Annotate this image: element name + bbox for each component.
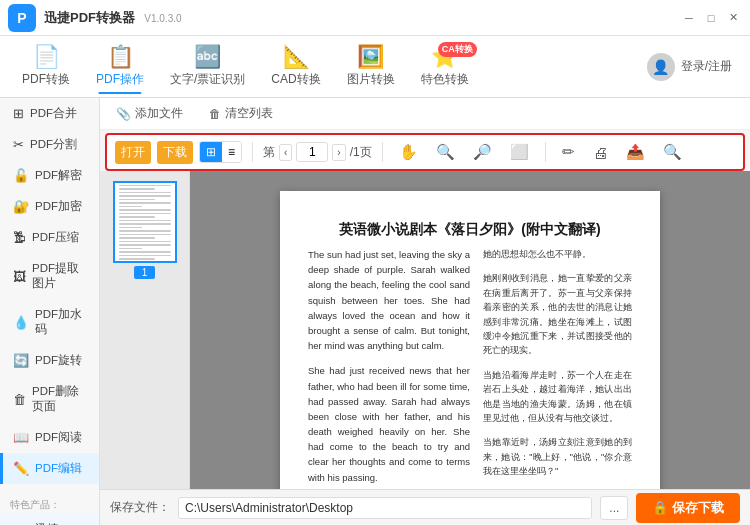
page-nav: 第 ‹ › /1页 xyxy=(263,142,372,162)
page-input[interactable] xyxy=(296,142,328,162)
hand-tool-button[interactable]: ✋ xyxy=(393,139,424,165)
sidebar-item-pdf-delete[interactable]: 🗑 PDF删除页面 xyxy=(0,376,99,422)
zoom-out-button[interactable]: 🔎 xyxy=(467,139,498,165)
pdf-para-1: The sun had just set, leaving the sky a … xyxy=(308,247,470,353)
main-layout: ⊞ PDF合并 ✂ PDF分割 🔓 PDF解密 🔐 PDF加密 🗜 PDF压缩 … xyxy=(0,98,750,525)
login-button[interactable]: 👤 登录/注册 xyxy=(639,49,740,85)
app-logo: P xyxy=(8,4,36,32)
print-button[interactable]: 🖨 xyxy=(587,140,614,165)
share-button[interactable]: 📤 xyxy=(620,139,651,165)
pdf-thumbnails: 1 xyxy=(100,171,190,489)
thumb-preview xyxy=(113,181,177,263)
ops-toolbar: 打开 下载 ⊞ ≡ 第 ‹ › /1页 ✋ 🔍 🔎 ⬜ xyxy=(107,135,743,169)
thumb-num: 1 xyxy=(134,266,156,279)
thumbnail-1[interactable]: 1 xyxy=(113,181,177,279)
sidebar-item-pdf-editor[interactable]: 📝 迅捷PDF编辑器 xyxy=(0,514,99,525)
special-badge: CA转换 xyxy=(438,42,477,57)
sidebar-item-pdf-encrypt[interactable]: 🔐 PDF加密 xyxy=(0,191,99,222)
add-file-icon: 📎 xyxy=(116,107,131,121)
nav-label-pdf-ops: PDF操作 xyxy=(96,71,144,88)
merge-icon: ⊞ xyxy=(13,106,24,121)
delete-icon: 🗑 xyxy=(13,392,26,407)
nav-label-special: 特色转换 xyxy=(421,71,469,88)
pdf-convert-icon: 📄 xyxy=(33,46,60,68)
extract-icon: 🖼 xyxy=(13,269,26,284)
grid-view-button[interactable]: ⊞ xyxy=(200,142,222,162)
sidebar-item-pdf-compress[interactable]: 🗜 PDF压缩 xyxy=(0,222,99,253)
decrypt-icon: 🔓 xyxy=(13,168,29,183)
nav-item-image[interactable]: 🖼️ 图片转换 xyxy=(335,40,407,94)
annotate-button[interactable]: ✏ xyxy=(556,139,581,165)
app-version: V1.0.3.0 xyxy=(144,13,181,24)
close-button[interactable]: ✕ xyxy=(724,9,742,27)
pdf-english-text: The sun had just set, leaving the sky a … xyxy=(308,247,470,489)
search-doc-button[interactable]: 🔍 xyxy=(657,139,688,165)
open-button[interactable]: 打开 xyxy=(115,141,151,164)
download-button[interactable]: 下载 xyxy=(157,141,193,164)
nav-item-ocr[interactable]: 🔤 文字/票证识别 xyxy=(158,40,257,94)
sidebar-item-pdf-watermark[interactable]: 💧 PDF加水码 xyxy=(0,299,99,345)
sidebar-item-pdf-decrypt[interactable]: 🔓 PDF解密 xyxy=(0,160,99,191)
image-icon: 🖼️ xyxy=(357,46,384,68)
ops-toolbar-wrapper: 打开 下载 ⊞ ≡ 第 ‹ › /1页 ✋ 🔍 🔎 ⬜ xyxy=(105,133,745,171)
pdf-title: 英语微小说剧本《落日夕阳》(附中文翻译) xyxy=(308,221,632,239)
nav-item-pdf-convert[interactable]: 📄 PDF转换 xyxy=(10,40,82,94)
titlebar-left: P 迅捷PDF转换器 V1.0.3.0 xyxy=(8,4,182,32)
nav-item-special[interactable]: CA转换 ⭐ 特色转换 xyxy=(409,40,481,94)
filepath-input[interactable] xyxy=(178,497,592,519)
zoom-in-button[interactable]: 🔍 xyxy=(430,139,461,165)
view-toggle: ⊞ ≡ xyxy=(199,141,242,163)
save-download-button[interactable]: 🔒 保存下载 xyxy=(636,493,740,523)
pdf-area: 1 英语微小说剧本《落日夕阳》(附中文翻译) The sun had just … xyxy=(100,171,750,489)
split-icon: ✂ xyxy=(13,137,24,152)
cad-icon: 📐 xyxy=(283,46,310,68)
sidebar-item-pdf-rotate[interactable]: 🔄 PDF旋转 xyxy=(0,345,99,376)
pdf-content-body: The sun had just set, leaving the sky a … xyxy=(308,247,632,489)
separator-3 xyxy=(545,142,546,162)
app-name: 迅捷PDF转换器 xyxy=(44,10,135,25)
next-page-button[interactable]: › xyxy=(332,144,345,161)
pdf-english-column: The sun had just set, leaving the sky a … xyxy=(308,247,470,489)
pdf-zh-para-3: 当她沿着海岸走时，苏一个人在走在岩石上头处，越过着海洋，她认出出他是当地的渔夫海… xyxy=(483,368,632,426)
pdf-zh-para-4: 当她靠近时，汤姆立刻注意到她的到来，她说："晚上好，"他说，"你介意我在这里坐坐… xyxy=(483,435,632,478)
bottom-bar: 保存文件： ... 🔒 保存下载 xyxy=(100,489,750,525)
maximize-button[interactable]: □ xyxy=(702,9,720,27)
sidebar: ⊞ PDF合并 ✂ PDF分割 🔓 PDF解密 🔐 PDF加密 🗜 PDF压缩 … xyxy=(0,98,100,525)
pdf-main-view[interactable]: 英语微小说剧本《落日夕阳》(附中文翻译) The sun had just se… xyxy=(190,171,750,489)
login-label: 登录/注册 xyxy=(681,58,732,75)
titlebar: P 迅捷PDF转换器 V1.0.3.0 ─ □ ✕ xyxy=(0,0,750,36)
compress-icon: 🗜 xyxy=(13,230,26,245)
pdf-zh-para-2: 她刚刚收到消息，她一直挚爱的父亲在病重后离开了。苏一直与父亲保持着亲密的关系，他… xyxy=(483,271,632,357)
add-file-button[interactable]: 📎 添加文件 xyxy=(108,102,191,125)
clear-list-button[interactable]: 🗑 清空列表 xyxy=(201,102,281,125)
rotate-icon: 🔄 xyxy=(13,353,29,368)
fit-page-button[interactable]: ⬜ xyxy=(504,139,535,165)
nav-label-ocr: 文字/票证识别 xyxy=(170,71,245,88)
prev-page-button[interactable]: ‹ xyxy=(279,144,292,161)
ocr-icon: 🔤 xyxy=(194,46,221,68)
sidebar-item-pdf-split[interactable]: ✂ PDF分割 xyxy=(0,129,99,160)
sidebar-item-pdf-extract[interactable]: 🖼 PDF提取图片 xyxy=(0,253,99,299)
pdf-para-2: She had just received news that her fath… xyxy=(308,363,470,485)
save-file-label: 保存文件： xyxy=(110,499,170,516)
pdf-ops-icon: 📋 xyxy=(107,46,134,68)
nav-item-cad[interactable]: 📐 CAD转换 xyxy=(259,40,332,94)
list-view-button[interactable]: ≡ xyxy=(222,142,241,162)
page-label: 第 xyxy=(263,144,275,161)
sidebar-item-pdf-merge[interactable]: ⊞ PDF合并 xyxy=(0,98,99,129)
nav-label-pdf-convert: PDF转换 xyxy=(22,71,70,88)
special-products-title: 特色产品： xyxy=(0,492,99,514)
pdf-page: 英语微小说剧本《落日夕阳》(附中文翻译) The sun had just se… xyxy=(280,191,660,489)
sidebar-item-pdf-read[interactable]: 📖 PDF阅读 xyxy=(0,422,99,453)
total-pages: /1页 xyxy=(350,144,372,161)
edit-icon: ✏️ xyxy=(13,461,29,476)
minimize-button[interactable]: ─ xyxy=(680,9,698,27)
thumb-lines xyxy=(119,183,171,262)
nav-item-pdf-ops[interactable]: 📋 PDF操作 xyxy=(84,40,156,94)
clear-icon: 🗑 xyxy=(209,107,221,121)
pdf-zh-para-5: "当然不，"苏回答说，"我需要有人倾听。" xyxy=(483,488,632,489)
browse-button[interactable]: ... xyxy=(600,496,628,520)
watermark-icon: 💧 xyxy=(13,315,29,330)
sidebar-item-pdf-edit[interactable]: ✏️ PDF编辑 xyxy=(0,453,99,484)
encrypt-icon: 🔐 xyxy=(13,199,29,214)
